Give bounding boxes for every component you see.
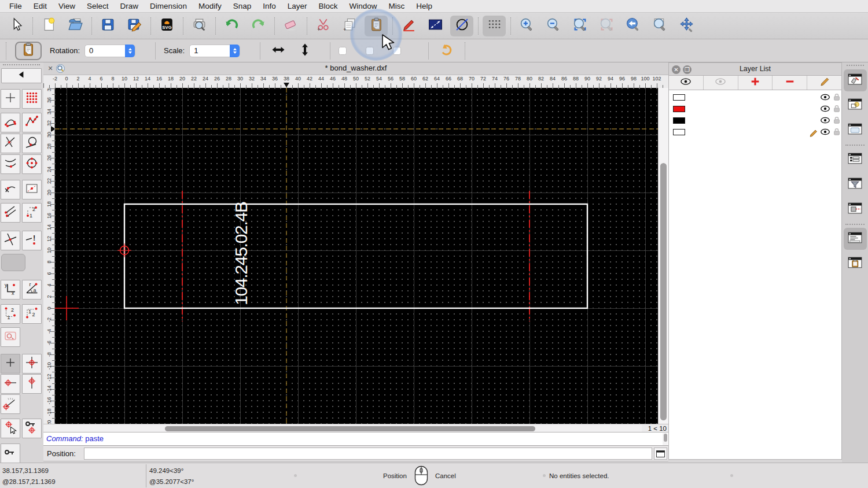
undo-paste-button[interactable] <box>437 41 457 61</box>
palette-drag-handle[interactable] <box>3 64 40 65</box>
menu-snap[interactable]: Snap <box>227 0 258 13</box>
checkbox-to-current-layer[interactable] <box>339 47 351 55</box>
zoom-out-button[interactable] <box>542 16 565 36</box>
snap-center-button[interactable] <box>22 154 42 174</box>
zoom-page-button[interactable] <box>648 16 671 36</box>
dock-block-list-toggle[interactable] <box>844 94 867 116</box>
distance-arrow-button[interactable] <box>424 16 447 36</box>
vscroll-thumb[interactable] <box>660 163 667 420</box>
menu-draw[interactable]: Draw <box>115 0 145 13</box>
set-relative-zero-button[interactable] <box>1 419 20 438</box>
zoom-auto-button[interactable] <box>568 16 591 36</box>
mouse-snap-indicator-button[interactable] <box>1 327 20 347</box>
checkbox-box[interactable] <box>393 47 401 55</box>
menu-misc[interactable]: Misc <box>383 0 411 13</box>
menu-layer[interactable]: Layer <box>282 0 313 13</box>
hide-all-layers-button[interactable] <box>704 76 738 90</box>
auto-button[interactable] <box>1 254 25 271</box>
menu-select[interactable]: Select <box>81 0 115 13</box>
pan-button[interactable] <box>675 16 698 36</box>
undo-button[interactable] <box>220 16 243 36</box>
layer-row-center[interactable] <box>669 103 841 114</box>
new-file-button[interactable] <box>37 16 60 36</box>
menu-help[interactable]: Help <box>410 0 438 13</box>
menu-dimension[interactable]: Dimension <box>144 0 193 13</box>
copy-button[interactable]: + <box>338 16 361 36</box>
menu-window[interactable]: Window <box>344 0 383 13</box>
checkbox-overwrite-layers[interactable] <box>366 47 378 55</box>
remove-layer-button[interactable] <box>773 76 807 90</box>
layer-color-swatch[interactable] <box>673 94 685 101</box>
layer-visibility-eye-icon[interactable] <box>821 116 830 126</box>
snap-perpendicular-button[interactable] <box>1 134 20 153</box>
checkbox-overwrite-blocks[interactable] <box>393 47 405 55</box>
layer-row-0[interactable] <box>669 91 841 103</box>
layer-lock-icon[interactable] <box>833 105 841 115</box>
menu-edit[interactable]: Edit <box>28 0 53 13</box>
dock-library-browser-toggle[interactable] <box>844 119 867 141</box>
layer-color-swatch[interactable] <box>673 129 685 135</box>
cut-button[interactable]: + <box>311 16 334 36</box>
add-layer-button[interactable] <box>738 76 773 90</box>
layer-row-hidden[interactable] <box>669 114 841 126</box>
print-preview-button[interactable] <box>187 16 211 36</box>
dock-clipboard-toggle[interactable] <box>844 253 867 275</box>
layer-row-visible[interactable] <box>669 126 841 138</box>
menu-view[interactable]: View <box>53 0 81 13</box>
menu-file[interactable]: File <box>3 0 28 13</box>
menu-modify[interactable]: Modify <box>193 0 227 13</box>
snap-middle-button[interactable] <box>1 154 20 174</box>
eraser-button[interactable] <box>279 16 302 36</box>
command-options-button[interactable] <box>654 448 667 460</box>
snap-free-button[interactable] <box>1 89 20 109</box>
dock-command-line-toggle[interactable] <box>844 228 867 250</box>
canvas-horizontal-scrollbar[interactable] <box>43 424 668 432</box>
coord-relative-polar-button[interactable]: 12 <box>22 304 42 324</box>
coord-cartesian-button[interactable]: yx <box>1 280 20 300</box>
layer-lock-icon[interactable] <box>833 116 841 127</box>
drawing-canvas[interactable]: 104.245.02.4B -20-18-16-14-12-10-8-6-4-2… <box>43 88 668 424</box>
zoom-window-button[interactable] <box>595 16 618 36</box>
menu-info[interactable]: Info <box>257 0 282 13</box>
back-button[interactable] <box>1 68 42 83</box>
dock-drag-handle[interactable] <box>847 65 864 66</box>
layer-visibility-eye-icon[interactable] <box>821 93 830 103</box>
checkbox-box[interactable] <box>366 47 374 55</box>
restrict-orthogonal-button[interactable] <box>1 203 20 223</box>
redo-button[interactable] <box>247 16 270 36</box>
layer-color-swatch[interactable] <box>673 117 685 124</box>
scale-spinner[interactable]: 1 <box>189 45 240 57</box>
svg-export-button[interactable]: SVG <box>155 16 178 36</box>
coord-relative-button[interactable]: 12 <box>1 304 20 324</box>
rotation-stepper[interactable] <box>125 45 135 57</box>
lock-zero-button[interactable] <box>1 443 20 463</box>
show-all-layers-button[interactable] <box>669 76 704 90</box>
edit-layer-button[interactable] <box>807 76 841 90</box>
zoom-in-button[interactable] <box>515 16 538 36</box>
snap-grid-button[interactable] <box>22 89 42 109</box>
paste-tool-indicator[interactable] <box>15 42 42 60</box>
snap-endpoints-button[interactable] <box>1 113 20 132</box>
checkbox-box[interactable] <box>339 47 347 55</box>
restrict-vertical-button[interactable] <box>22 374 42 394</box>
flip-vertical-button[interactable] <box>295 41 315 61</box>
snap-distance-button[interactable] <box>1 180 20 199</box>
scale-stepper[interactable] <box>230 45 240 57</box>
layer-lock-icon[interactable] <box>833 128 841 138</box>
layer-lock-icon[interactable] <box>833 93 841 103</box>
dock-layer-list-toggle[interactable] <box>844 69 867 91</box>
snap-distance-points-button[interactable]: 12 <box>22 203 42 223</box>
snap-tangent-button[interactable] <box>22 134 42 153</box>
lock-relative-zero-button[interactable] <box>22 419 42 438</box>
save-button[interactable] <box>96 16 119 36</box>
paste-button[interactable] <box>365 16 388 36</box>
snap-intersection-button[interactable] <box>1 231 20 250</box>
grid-dots-button[interactable] <box>483 16 506 36</box>
dock-laser-info-toggle[interactable] <box>844 198 867 220</box>
snap-on-entity-button[interactable] <box>22 113 42 132</box>
restrict-free-button[interactable] <box>1 354 20 374</box>
layer-visibility-eye-icon[interactable] <box>821 104 830 114</box>
canvas-vertical-scrollbar[interactable] <box>658 88 668 424</box>
restrict-angle-button[interactable] <box>1 394 20 414</box>
position-input[interactable] <box>84 448 652 460</box>
